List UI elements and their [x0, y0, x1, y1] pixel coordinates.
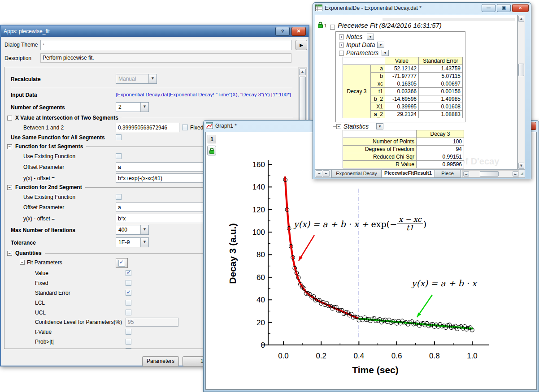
stderr-checkbox[interactable]: [126, 290, 131, 296]
resize-grip[interactable]: ◢: [520, 171, 523, 176]
scrollbar-thumb[interactable]: [518, 64, 524, 76]
tvalue-label: t-Value: [35, 329, 52, 335]
fixed2-checkbox[interactable]: [126, 280, 131, 286]
use-existing-checkbox[interactable]: [116, 153, 122, 159]
graph-icon: [206, 122, 213, 129]
ucl-checkbox[interactable]: [126, 310, 131, 315]
table-row: Degrees of Freedom94: [343, 146, 464, 153]
recalculate-dropdown[interactable]: Manual▼: [116, 74, 157, 84]
expand-icon[interactable]: +: [339, 43, 344, 47]
same-function-checkbox[interactable]: [116, 134, 122, 140]
fixed-checkbox[interactable]: [182, 125, 188, 130]
check-icon: ✓: [118, 260, 125, 267]
table-cell: R Value: [343, 161, 417, 168]
scroll-right-icon[interactable]: ►: [513, 171, 518, 177]
report-sheet[interactable]: t of D'ecay 1 − Piecewise Fit (8/24/2016…: [315, 15, 517, 169]
table-cell: 0.16305: [385, 80, 419, 88]
expand-icon[interactable]: +: [339, 34, 344, 39]
layer-badge[interactable]: 1: [208, 135, 216, 143]
minimize-icon: —: [487, 5, 491, 10]
stderr-label: Standard Error: [35, 290, 70, 296]
table-cell: 0.00156: [419, 88, 463, 95]
section-notes: Notes: [346, 33, 363, 40]
table-row: ValueStandard Error: [343, 57, 463, 65]
section-menu-button[interactable]: ▼: [376, 123, 383, 129]
tolerance-dropdown[interactable]: 1E-9▼: [116, 237, 149, 247]
tvalue-checkbox[interactable]: [126, 329, 131, 335]
collapse-icon[interactable]: −: [7, 251, 12, 256]
minimize-button[interactable]: —: [482, 4, 496, 12]
help-button[interactable]: ?: [275, 27, 290, 36]
tree-line: [333, 126, 336, 127]
table-cell: 1.49985: [419, 95, 463, 103]
num-segments-value: 2: [116, 103, 140, 112]
equation-segment1: y(x) = a + b · x + exp(−x − xct1): [294, 215, 426, 232]
collapse-icon[interactable]: −: [7, 144, 12, 149]
sheet-tab[interactable]: PiecewiseFitResult1: [381, 170, 435, 178]
separator: [11, 88, 292, 88]
recalculate-value: Manual: [116, 74, 148, 83]
collapse-icon[interactable]: −: [330, 25, 335, 30]
table-cell: a: [371, 65, 385, 73]
description-label: Description: [4, 55, 31, 61]
dependency-checkbox[interactable]: [126, 348, 131, 349]
scroll-up-icon[interactable]: ▲: [299, 69, 306, 75]
parameters-button[interactable]: Parameters: [142, 356, 179, 366]
prob-checkbox[interactable]: [126, 339, 131, 345]
tab-scroll-left-icon[interactable]: ◄: [316, 170, 322, 177]
dialog-title: Apps: piecewise_fit: [4, 28, 274, 34]
eq1-fraction: x − xct1: [397, 215, 423, 232]
scroll-up-icon[interactable]: ▲: [518, 16, 524, 22]
collapse-icon[interactable]: −: [339, 51, 344, 56]
tab-scroll-right-icon[interactable]: ►: [323, 170, 330, 177]
lock-button[interactable]: [207, 146, 216, 155]
section-menu-button[interactable]: ▼: [377, 42, 384, 48]
scroll-left-icon[interactable]: ◄: [463, 171, 469, 177]
chevron-down-icon: ▼: [140, 225, 148, 234]
fixed-label: Fixed: [190, 125, 203, 131]
max-iter-dropdown[interactable]: 400▼: [116, 225, 149, 235]
between-label: Between 1 and 2: [23, 125, 64, 131]
eq1-numerator: x − xc: [397, 215, 423, 224]
value-checkbox[interactable]: [126, 270, 131, 276]
table-row: R Value0.99596: [343, 161, 464, 168]
eq1-exp: exp(−: [371, 219, 397, 229]
collapse-icon[interactable]: −: [7, 116, 12, 121]
dialog-titlebar[interactable]: Apps: piecewise_fit ? ✕: [1, 26, 309, 37]
sheet-tab[interactable]: Exponential Decay: [331, 170, 382, 178]
scroll-down-icon[interactable]: ▼: [518, 163, 524, 169]
worksheet-hscrollbar[interactable]: ◄ ►: [462, 170, 519, 177]
collapse-icon[interactable]: −: [20, 260, 25, 265]
num-segments-dropdown[interactable]: 2▼: [116, 102, 149, 112]
ucl-label: UCL: [35, 310, 46, 316]
restore-button[interactable]: ▣: [497, 4, 511, 12]
worksheet-titlebar[interactable]: ExponentialDe - Exponential Decay.dat * …: [313, 3, 531, 13]
tolerance-value: 1E-9: [116, 238, 140, 247]
fit-params-tristate-checkbox[interactable]: ✓: [116, 258, 128, 268]
lcl-checkbox[interactable]: [126, 300, 131, 306]
collapse-icon[interactable]: −: [7, 185, 12, 190]
close-button[interactable]: ✕: [291, 27, 306, 36]
table-cell: 0.99596: [417, 161, 464, 168]
section-statistics: Statistics: [343, 123, 369, 130]
table-cell: b: [371, 73, 385, 80]
offset-param2-label: Offset Parameter: [23, 204, 64, 211]
table-row: Decay 3: [343, 130, 464, 138]
section-menu-button[interactable]: ▼: [382, 50, 389, 56]
theme-flyout-button[interactable]: ▶: [296, 40, 307, 50]
use-existing2-checkbox[interactable]: [116, 194, 122, 200]
worksheet-vscrollbar[interactable]: ▲ ▼: [517, 15, 525, 169]
sheet-tab[interactable]: Piece: [435, 170, 461, 178]
table-cell: 0.01608: [419, 103, 463, 111]
scrollbar-thumb[interactable]: [480, 171, 499, 177]
between-input[interactable]: [116, 123, 179, 132]
tree-line: [333, 30, 333, 126]
section-menu-button[interactable]: ▼: [367, 34, 374, 40]
collapse-icon[interactable]: −: [336, 124, 341, 129]
table-cell: 29.2124: [385, 111, 419, 118]
table-cell: Value: [385, 57, 419, 65]
table-cell: -71.97777: [385, 73, 419, 80]
close-button[interactable]: ✕: [512, 4, 529, 12]
dialog-theme-input[interactable]: [40, 40, 291, 50]
conf-level-input[interactable]: [126, 318, 178, 327]
